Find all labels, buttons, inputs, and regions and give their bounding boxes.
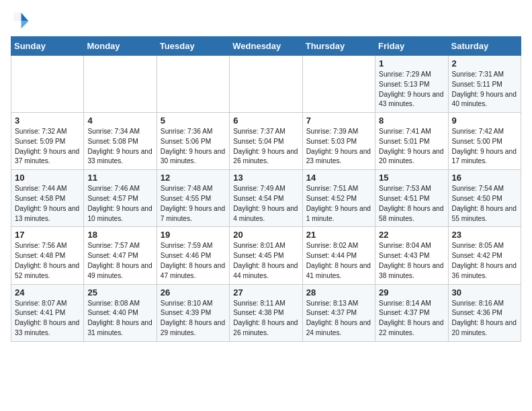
- cell-content: Sunrise: 7:57 AM Sunset: 4:47 PM Dayligh…: [87, 241, 152, 281]
- calendar-cell: 28Sunrise: 8:13 AM Sunset: 4:37 PM Dayli…: [302, 284, 375, 341]
- cell-content: Sunrise: 7:54 AM Sunset: 4:50 PM Dayligh…: [452, 184, 517, 224]
- cell-content: Sunrise: 8:04 AM Sunset: 4:43 PM Dayligh…: [379, 241, 444, 281]
- day-number: 23: [452, 230, 517, 240]
- calendar-cell: 5Sunrise: 7:36 AM Sunset: 5:06 PM Daylig…: [157, 113, 229, 170]
- day-number: 13: [233, 173, 298, 183]
- calendar-cell: 26Sunrise: 8:10 AM Sunset: 4:39 PM Dayli…: [157, 284, 229, 341]
- calendar-cell: 3Sunrise: 7:32 AM Sunset: 5:09 PM Daylig…: [11, 113, 84, 170]
- day-number: 10: [15, 173, 80, 183]
- cell-content: Sunrise: 7:51 AM Sunset: 4:52 PM Dayligh…: [306, 184, 371, 224]
- calendar-cell: 4Sunrise: 7:34 AM Sunset: 5:08 PM Daylig…: [84, 113, 157, 170]
- calendar-cell: [302, 56, 375, 113]
- col-header-friday: Friday: [375, 37, 448, 56]
- calendar-cell: [157, 56, 229, 113]
- calendar-cell: 13Sunrise: 7:49 AM Sunset: 4:54 PM Dayli…: [230, 170, 302, 227]
- day-number: 26: [161, 287, 226, 298]
- cell-content: Sunrise: 7:37 AM Sunset: 5:04 PM Dayligh…: [233, 127, 298, 167]
- calendar-cell: [84, 56, 157, 113]
- day-number: 29: [379, 287, 444, 298]
- col-header-thursday: Thursday: [302, 37, 375, 56]
- calendar-cell: 22Sunrise: 8:04 AM Sunset: 4:43 PM Dayli…: [375, 227, 448, 284]
- cell-content: Sunrise: 7:42 AM Sunset: 5:00 PM Dayligh…: [452, 127, 517, 167]
- calendar-cell: 8Sunrise: 7:41 AM Sunset: 5:01 PM Daylig…: [375, 113, 448, 170]
- day-number: 27: [233, 287, 298, 298]
- day-number: 7: [306, 116, 371, 126]
- day-number: 3: [15, 116, 80, 126]
- cell-content: Sunrise: 7:56 AM Sunset: 4:48 PM Dayligh…: [15, 241, 80, 281]
- cell-content: Sunrise: 8:14 AM Sunset: 4:37 PM Dayligh…: [379, 299, 444, 338]
- calendar-cell: 7Sunrise: 7:39 AM Sunset: 5:03 PM Daylig…: [302, 113, 375, 170]
- col-header-saturday: Saturday: [448, 37, 521, 56]
- calendar-cell: 20Sunrise: 8:01 AM Sunset: 4:45 PM Dayli…: [230, 227, 302, 284]
- day-number: 28: [306, 287, 371, 298]
- cell-content: Sunrise: 8:10 AM Sunset: 4:39 PM Dayligh…: [161, 299, 226, 338]
- cell-content: Sunrise: 7:36 AM Sunset: 5:06 PM Dayligh…: [161, 127, 226, 167]
- cell-content: Sunrise: 7:31 AM Sunset: 5:11 PM Dayligh…: [452, 70, 517, 109]
- cell-content: Sunrise: 7:46 AM Sunset: 4:57 PM Dayligh…: [87, 184, 152, 224]
- calendar-cell: 30Sunrise: 8:16 AM Sunset: 4:36 PM Dayli…: [448, 284, 521, 341]
- cell-content: Sunrise: 7:53 AM Sunset: 4:51 PM Dayligh…: [379, 184, 444, 224]
- day-number: 1: [379, 58, 444, 68]
- cell-content: Sunrise: 7:41 AM Sunset: 5:01 PM Dayligh…: [379, 127, 444, 167]
- day-number: 30: [452, 287, 517, 298]
- cell-content: Sunrise: 7:49 AM Sunset: 4:54 PM Dayligh…: [233, 184, 298, 224]
- day-number: 16: [452, 173, 517, 183]
- calendar-cell: 9Sunrise: 7:42 AM Sunset: 5:00 PM Daylig…: [448, 113, 521, 170]
- calendar-cell: 12Sunrise: 7:48 AM Sunset: 4:55 PM Dayli…: [157, 170, 229, 227]
- calendar-cell: 10Sunrise: 7:44 AM Sunset: 4:58 PM Dayli…: [11, 170, 84, 227]
- calendar-cell: 29Sunrise: 8:14 AM Sunset: 4:37 PM Dayli…: [375, 284, 448, 341]
- day-number: 9: [452, 116, 517, 126]
- header: [11, 11, 521, 30]
- day-number: 25: [87, 287, 152, 298]
- calendar-cell: 1Sunrise: 7:29 AM Sunset: 5:13 PM Daylig…: [375, 56, 448, 113]
- cell-content: Sunrise: 7:34 AM Sunset: 5:08 PM Dayligh…: [87, 127, 152, 167]
- day-number: 8: [379, 116, 444, 126]
- svg-marker-2: [14, 13, 21, 21]
- calendar-week-1: 3Sunrise: 7:32 AM Sunset: 5:09 PM Daylig…: [11, 113, 521, 170]
- calendar-cell: 11Sunrise: 7:46 AM Sunset: 4:57 PM Dayli…: [84, 170, 157, 227]
- col-header-tuesday: Tuesday: [157, 37, 229, 56]
- logo-icon: [11, 11, 30, 30]
- calendar-cell: 19Sunrise: 7:59 AM Sunset: 4:46 PM Dayli…: [157, 227, 229, 284]
- calendar-cell: 17Sunrise: 7:56 AM Sunset: 4:48 PM Dayli…: [11, 227, 84, 284]
- day-number: 15: [379, 173, 444, 183]
- cell-content: Sunrise: 8:13 AM Sunset: 4:37 PM Dayligh…: [306, 299, 371, 338]
- calendar-week-0: 1Sunrise: 7:29 AM Sunset: 5:13 PM Daylig…: [11, 56, 521, 113]
- day-number: 11: [87, 173, 152, 183]
- calendar-cell: 18Sunrise: 7:57 AM Sunset: 4:47 PM Dayli…: [84, 227, 157, 284]
- calendar-header-row: SundayMondayTuesdayWednesdayThursdayFrid…: [11, 37, 521, 56]
- day-number: 19: [161, 230, 226, 240]
- day-number: 21: [306, 230, 371, 240]
- main-container: SundayMondayTuesdayWednesdayThursdayFrid…: [0, 0, 532, 350]
- calendar-cell: 2Sunrise: 7:31 AM Sunset: 5:11 PM Daylig…: [448, 56, 521, 113]
- calendar-cell: 21Sunrise: 8:02 AM Sunset: 4:44 PM Dayli…: [302, 227, 375, 284]
- day-number: 22: [379, 230, 444, 240]
- day-number: 18: [87, 230, 152, 240]
- cell-content: Sunrise: 7:44 AM Sunset: 4:58 PM Dayligh…: [15, 184, 80, 224]
- calendar-week-4: 24Sunrise: 8:07 AM Sunset: 4:41 PM Dayli…: [11, 284, 521, 341]
- calendar-cell: 16Sunrise: 7:54 AM Sunset: 4:50 PM Dayli…: [448, 170, 521, 227]
- cell-content: Sunrise: 8:01 AM Sunset: 4:45 PM Dayligh…: [233, 241, 298, 281]
- calendar-week-2: 10Sunrise: 7:44 AM Sunset: 4:58 PM Dayli…: [11, 170, 521, 227]
- calendar-cell: [11, 56, 84, 113]
- cell-content: Sunrise: 8:11 AM Sunset: 4:38 PM Dayligh…: [233, 299, 298, 338]
- day-number: 5: [161, 116, 226, 126]
- col-header-wednesday: Wednesday: [230, 37, 302, 56]
- day-number: 4: [87, 116, 152, 126]
- day-number: 14: [306, 173, 371, 183]
- calendar-cell: 23Sunrise: 8:05 AM Sunset: 4:42 PM Dayli…: [448, 227, 521, 284]
- col-header-monday: Monday: [84, 37, 157, 56]
- cell-content: Sunrise: 7:39 AM Sunset: 5:03 PM Dayligh…: [306, 127, 371, 167]
- cell-content: Sunrise: 8:02 AM Sunset: 4:44 PM Dayligh…: [306, 241, 371, 281]
- calendar-week-3: 17Sunrise: 7:56 AM Sunset: 4:48 PM Dayli…: [11, 227, 521, 284]
- cell-content: Sunrise: 8:05 AM Sunset: 4:42 PM Dayligh…: [452, 241, 517, 281]
- day-number: 6: [233, 116, 298, 126]
- calendar-cell: 24Sunrise: 8:07 AM Sunset: 4:41 PM Dayli…: [11, 284, 84, 341]
- svg-marker-1: [21, 21, 29, 29]
- calendar-table: SundayMondayTuesdayWednesdayThursdayFrid…: [11, 36, 521, 342]
- day-number: 12: [161, 173, 226, 183]
- day-number: 20: [233, 230, 298, 240]
- cell-content: Sunrise: 8:08 AM Sunset: 4:40 PM Dayligh…: [87, 299, 152, 338]
- col-header-sunday: Sunday: [11, 37, 84, 56]
- cell-content: Sunrise: 7:29 AM Sunset: 5:13 PM Dayligh…: [379, 70, 444, 109]
